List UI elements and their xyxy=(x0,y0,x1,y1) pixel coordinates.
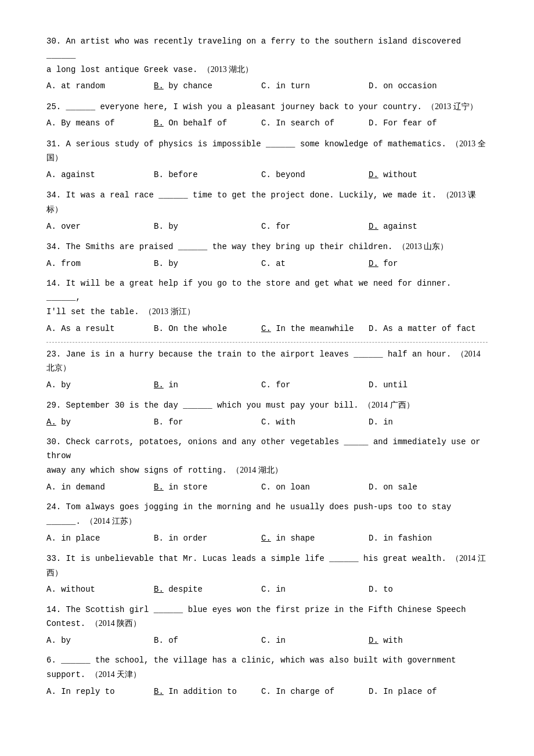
option-text: despite xyxy=(164,585,203,594)
question-block: 14. The Scottish girl ______ blue eyes w… xyxy=(46,603,488,649)
option-letter: C. xyxy=(261,81,271,91)
question-number: 14. xyxy=(46,279,61,288)
option-text: for xyxy=(271,222,291,231)
option-text: In charge of xyxy=(271,687,334,696)
option-letter: A. xyxy=(46,534,56,543)
options-row: A. fromB. byC. atD. for xyxy=(46,257,488,271)
question-block: 34. The Smiths are praised ______ the wa… xyxy=(46,240,488,271)
option: C. In charge of xyxy=(261,685,369,699)
option-text: by xyxy=(164,259,178,268)
option-letter: D. xyxy=(369,483,378,492)
year-tag: （2014 江苏） xyxy=(85,517,136,525)
option: A. By means of xyxy=(46,116,154,131)
option: D. on occasion xyxy=(369,79,476,93)
question-block: 23. Jane is in a hurry because the train… xyxy=(46,347,488,393)
option: D. As a matter of fact xyxy=(369,322,476,336)
option: B. despite xyxy=(154,582,261,597)
options-row: A. As a resultB. On the wholeC. In the m… xyxy=(46,322,488,336)
option: A. over xyxy=(46,219,154,234)
option-letter: C. xyxy=(261,380,271,390)
option-text: on occasion xyxy=(378,81,437,91)
question-block: 24. Tom always goes jogging in the morni… xyxy=(46,501,488,546)
question-text: 14. It will be a great help if you go to… xyxy=(46,277,488,319)
option-letter: D. xyxy=(369,380,378,390)
option-letter: C. xyxy=(261,222,271,231)
option-text: beyond xyxy=(271,170,305,179)
options-row: A. at randomB. by chanceC. in turnD. on … xyxy=(46,79,488,93)
option-letter: A. xyxy=(46,585,56,594)
option: D. For fear of xyxy=(369,116,476,131)
option: B. On behalf of xyxy=(154,116,261,131)
option-letter: C. xyxy=(261,687,271,696)
option-text: In search of xyxy=(271,118,334,128)
option-letter: D. xyxy=(369,687,378,696)
question-block: 14. It will be a great help if you go to… xyxy=(46,277,488,336)
option-letter: D. xyxy=(369,585,378,594)
option-text: against xyxy=(378,222,417,231)
page: 30. An artist who was recently traveling… xyxy=(0,0,534,756)
option: A. in demand xyxy=(46,480,154,495)
option: B. by chance xyxy=(154,79,261,93)
question-block: 30. Check carrots, potatoes, onions and … xyxy=(46,435,488,495)
option-text: for xyxy=(378,259,398,268)
option: A. at random xyxy=(46,79,154,93)
option-letter: D. xyxy=(369,118,378,128)
option-letter: A. xyxy=(46,222,56,231)
options-row: A. In reply toB. In addition toC. In cha… xyxy=(46,685,488,699)
option-letter: A. xyxy=(46,483,56,492)
question-number: 30. xyxy=(46,437,61,447)
options-row: A. in placeB. in orderC. in shapeD. in f… xyxy=(46,531,488,546)
year-tag: （2013 山东） xyxy=(398,242,449,251)
option: C. In search of xyxy=(261,116,369,131)
option: C. in xyxy=(261,633,369,648)
option-text: at random xyxy=(56,81,105,91)
option: C. in turn xyxy=(261,79,369,93)
option-text: before xyxy=(164,170,198,179)
options-row: A. byB. forC. withD. in xyxy=(46,415,488,430)
option: C. on loan xyxy=(261,480,369,495)
option-text: in demand xyxy=(56,483,105,492)
option: C. in shape xyxy=(261,531,369,546)
option: D. until xyxy=(369,378,476,393)
option: D. against xyxy=(369,219,476,234)
option: A. in place xyxy=(46,531,154,546)
year-tag: （2013 全国） xyxy=(46,139,486,163)
question-block: 33. It is unbelievable that Mr. Lucas le… xyxy=(46,552,488,597)
option: B. in xyxy=(154,378,261,393)
option-letter: B. xyxy=(154,380,164,390)
question-number: 29. xyxy=(46,401,61,410)
option-text: with xyxy=(271,417,295,427)
option: C. with xyxy=(261,415,369,430)
option-letter: C. xyxy=(261,483,271,492)
option-text: without xyxy=(56,585,95,594)
option: D. for xyxy=(369,257,476,271)
option: C. beyond xyxy=(261,168,369,182)
option-letter: A. xyxy=(46,636,56,645)
option: D. to xyxy=(369,582,476,597)
option-text: on loan xyxy=(271,483,310,492)
option: A. from xyxy=(46,257,154,271)
question-block: 34. It was a real race ______ time to ge… xyxy=(46,188,488,234)
option-letter: C. xyxy=(261,259,271,268)
question-block: 25. ______ everyone here, I wish you a p… xyxy=(46,100,488,131)
question-text: 33. It is unbelievable that Mr. Lucas le… xyxy=(46,552,488,581)
option: C. in xyxy=(261,582,369,597)
question-number: 31. xyxy=(46,139,61,149)
options-row: A. byB. inC. forD. until xyxy=(46,378,488,393)
question-text: 31. A serious study of physics is imposs… xyxy=(46,137,488,166)
option-letter: B. xyxy=(154,687,164,696)
option: D. In place of xyxy=(369,685,476,699)
option: B. by xyxy=(154,219,261,234)
option-letter: B. xyxy=(154,81,164,91)
option-text: in store xyxy=(164,483,208,492)
option-text: at xyxy=(271,259,286,268)
option: A. against xyxy=(46,168,154,182)
option-text: in fashion xyxy=(378,534,432,543)
option-text: in xyxy=(271,585,286,594)
option-text: By means of xyxy=(56,118,115,128)
option: A. by xyxy=(46,378,154,393)
question-block: 29. September 30 is the day ______ which… xyxy=(46,398,488,430)
option-letter: C. xyxy=(261,118,271,128)
option: B. of xyxy=(154,633,261,648)
option-text: As a result xyxy=(56,324,115,333)
